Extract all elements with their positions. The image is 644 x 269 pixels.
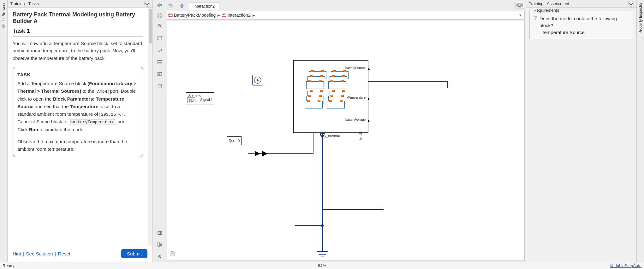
svg-rect-12: [521, 5, 522, 6]
svg-rect-8: [518, 5, 519, 6]
model-canvas-area: interaction2 Ba: [153, 0, 526, 262]
fit-tool[interactable]: [156, 34, 164, 42]
hide-navigator-button[interactable]: [155, 11, 164, 20]
circle-arrow-icon: [156, 12, 163, 19]
library-tool[interactable]: [156, 241, 164, 249]
image-tool[interactable]: [156, 70, 164, 78]
task-paragraph-2: Observe the maximum temperature is more …: [17, 138, 138, 153]
status-zoom[interactable]: 84%: [318, 263, 326, 268]
course-title: Battery Pack Thermal Modeling using Batt…: [13, 11, 143, 25]
screenshot-tool[interactable]: [156, 229, 164, 237]
text-annotation-icon: A≡: [157, 59, 163, 65]
svg-marker-33: [255, 151, 260, 156]
svg-rect-18: [223, 14, 224, 15]
status-solver[interactable]: VariableStepAuto: [610, 263, 641, 268]
question-mark-icon: ?: [534, 15, 537, 29]
assessment-panel-collapse-button[interactable]: [628, 1, 634, 7]
property-inspector-side-tab[interactable]: Property Inspector: [636, 0, 644, 262]
see-solution-link[interactable]: See Solution: [26, 251, 53, 256]
tasks-scrollbar-thumb[interactable]: [149, 9, 152, 44]
submit-button[interactable]: Submit: [121, 249, 147, 258]
nav-back-button[interactable]: [155, 1, 164, 10]
scenario-block[interactable]: Scenario Signal 1: [186, 92, 214, 104]
breadcrumb-bar: BatteryPackModeling ▶ interaction2 ▶ ▼: [167, 11, 525, 20]
breadcrumb-separator: ▶: [217, 14, 221, 17]
out-port-voltage[interactable]: [368, 120, 370, 122]
document-tab-interaction2[interactable]: interaction2: [189, 2, 219, 10]
tasks-panel-collapse-button[interactable]: [144, 1, 150, 7]
tasks-scroll-area: Battery Pack Thermal Modeling using Batt…: [8, 8, 148, 246]
svg-rect-13: [518, 6, 521, 7]
camera-icon: [157, 230, 163, 236]
svg-rect-9: [519, 5, 520, 6]
temp-value-code: 293.15 K: [99, 112, 122, 117]
out-port-temp[interactable]: [368, 98, 370, 100]
status-ready: Ready: [3, 263, 15, 268]
hint-link[interactable]: Hint: [13, 251, 21, 256]
current-source-block[interactable]: [252, 75, 263, 85]
assessment-panel-header: Training - Assessment: [526, 0, 636, 8]
diagram-wires: [167, 21, 524, 261]
svg-rect-11: [521, 5, 521, 6]
property-inspector-label: Property Inspector: [638, 0, 643, 36]
canvas-toolbar: A≡: [154, 21, 165, 261]
keyboard-icon: [516, 3, 523, 8]
task-paragraph-1: Add a Temperature Source block (Foundati…: [17, 80, 138, 133]
task-heading: TASK: [17, 71, 138, 79]
step-tool[interactable]: [156, 46, 164, 54]
ambh-code: AmbH: [96, 89, 109, 94]
keyboard-shortcuts-button[interactable]: [515, 2, 524, 9]
task-instructions-box: TASK Add a Temperature Source block (Fou…: [13, 67, 143, 157]
annotation-tool[interactable]: A≡: [156, 58, 164, 66]
chevron-down-icon: [145, 1, 150, 6]
breadcrumb-separator: ▶: [252, 14, 256, 17]
svg-rect-7: [517, 5, 518, 6]
svg-rect-25: [158, 85, 162, 88]
step-forward-icon: [157, 47, 163, 53]
svg-rect-4: [520, 4, 520, 5]
breadcrumb-dropdown[interactable]: ▼: [517, 14, 523, 17]
solver-config-block[interactable]: f(x) = 0: [227, 136, 242, 145]
image-icon: [157, 71, 163, 77]
svg-rect-6: [521, 4, 522, 5]
magnifier-icon: [157, 23, 163, 29]
requirement-question: Does the model contain the following blo…: [540, 15, 629, 29]
pack-thermal-subsystem[interactable]: batteryCurrent batteryTemperature batter…: [293, 60, 368, 133]
model-canvas[interactable]: Scenario Signal 1 f(x) = 0 batteryCu: [167, 21, 525, 261]
out-port-current[interactable]: [368, 68, 370, 71]
arrow-up-icon: [179, 2, 185, 9]
reset-link[interactable]: Reset: [58, 251, 70, 256]
task-intro: You will now add a Temperature Source bl…: [13, 40, 143, 62]
svg-rect-3: [519, 4, 520, 5]
breadcrumb-root[interactable]: BatteryPackModeling: [168, 13, 216, 18]
nav-up-button[interactable]: [177, 1, 187, 10]
svg-marker-32: [262, 151, 268, 156]
tasks-scrollbar[interactable]: [148, 8, 152, 246]
task-number: Task 1: [13, 28, 143, 37]
nav-forward-button[interactable]: [166, 1, 176, 10]
svg-rect-5: [521, 4, 521, 5]
area-tool[interactable]: [156, 82, 164, 90]
svg-point-24: [158, 73, 159, 74]
collapse-palette[interactable]: [156, 253, 164, 261]
svg-point-14: [157, 13, 162, 18]
zoom-tool[interactable]: [156, 22, 164, 30]
arrow-right-icon: [168, 2, 174, 9]
task-actions-row: Hint | See Solution | Reset Submit: [8, 246, 152, 262]
library-browser-icon: [157, 242, 163, 248]
assessment-panel-title: Training - Assessment: [529, 1, 569, 6]
requirements-group: Requirements ? Does the model contain th…: [529, 10, 633, 39]
svg-rect-1: [517, 4, 518, 5]
svg-rect-29: [158, 243, 159, 247]
model-browser-side-tab[interactable]: Model Browser: [0, 0, 8, 262]
signal-editor-icon: [187, 97, 195, 103]
battery-temp-port-code: batteryTemperature: [69, 120, 116, 125]
arrow-left-icon: [156, 2, 163, 9]
training-tasks-panel: Training - Tasks Battery Pack Thermal Mo…: [8, 0, 153, 262]
fit-to-view-icon: [157, 35, 163, 41]
svg-rect-2: [518, 4, 519, 5]
nav-toolbar: interaction2: [153, 0, 526, 11]
breadcrumb-child[interactable]: interaction2: [222, 13, 250, 18]
area-icon: [157, 83, 163, 89]
tasks-panel-header: Training - Tasks: [8, 0, 152, 8]
